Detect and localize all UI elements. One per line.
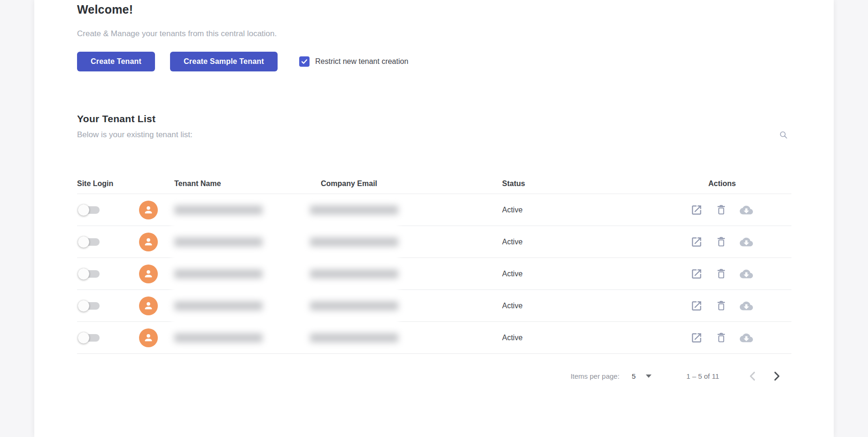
items-per-page-label: Items per page: [571,372,620,380]
open-tenant-button[interactable] [690,268,703,280]
tenant-avatar [139,328,158,347]
column-header-status: Status [493,179,629,188]
delete-icon [715,332,727,343]
delete-tenant-button[interactable] [715,236,727,248]
person-icon [142,236,155,248]
site-login-toggle[interactable] [78,331,100,344]
site-login-toggle[interactable] [78,203,100,217]
previous-page-button[interactable] [746,370,759,382]
content-panel: Welcome! Create & Manage your tenants fr… [34,0,834,437]
toggle-knob [78,204,89,216]
download-tenant-button[interactable] [740,331,753,344]
company-email-redacted [310,301,398,311]
chevron-down-icon [646,375,651,378]
tenant-name-redacted [174,269,263,279]
download-tenant-button[interactable] [740,267,753,281]
toggle-knob [78,332,89,343]
items-per-page-select[interactable]: 5 [632,372,651,380]
delete-tenant-button[interactable] [715,268,727,280]
status-text: Active [493,270,629,278]
page-subtitle: Create & Manage your tenants from this c… [77,29,277,39]
person-icon [142,300,155,312]
check-icon [301,58,308,65]
create-sample-tenant-button[interactable]: Create Sample Tenant [170,52,278,71]
chevron-left-icon [746,370,759,382]
company-email-redacted [310,269,398,279]
delete-icon [715,268,727,280]
tenant-avatar [139,233,158,251]
column-header-actions: Actions [629,179,791,188]
items-per-page-value: 5 [632,372,636,380]
site-login-toggle[interactable] [78,267,100,281]
status-text: Active [493,206,629,214]
open-in-new-icon [690,300,703,312]
tenant-avatar [139,297,158,315]
tenant-name-redacted [174,333,263,343]
cloud-download-icon [740,267,753,281]
restrict-checkbox-group: Restrict new tenant creation [299,56,408,67]
open-tenant-button[interactable] [690,332,703,344]
open-in-new-icon [690,236,703,248]
toggle-knob [78,300,89,312]
delete-icon [715,236,727,248]
download-tenant-button[interactable] [740,203,753,217]
page: { "header": { "title": "Welcome!", "subt… [0,0,868,437]
tenant-name-redacted [174,237,263,247]
tenant-name-redacted [174,205,263,215]
person-icon [142,332,155,344]
cloud-download-icon [740,203,753,217]
open-in-new-icon [690,268,703,280]
tenant-table: Site Login Tenant Name Company Email Sta… [77,174,791,354]
cloud-download-icon [740,331,753,344]
page-title: Welcome! [77,3,133,16]
person-icon [142,204,155,216]
chevron-right-icon [770,370,783,382]
search-icon [778,130,789,140]
column-header-company-email: Company Email [310,179,493,188]
download-tenant-button[interactable] [740,299,753,312]
delete-tenant-button[interactable] [715,300,727,312]
company-email-redacted [310,205,398,215]
company-email-redacted [310,333,398,343]
open-tenant-button[interactable] [690,236,703,248]
page-range-label: 1 – 5 of 11 [686,372,719,380]
tenant-name-redacted [174,301,263,311]
company-email-redacted [310,237,398,247]
delete-icon [715,300,727,312]
site-login-toggle[interactable] [78,299,100,312]
search-button[interactable] [776,128,790,142]
download-tenant-button[interactable] [740,235,753,249]
next-page-button[interactable] [770,370,783,382]
create-tenant-button[interactable]: Create Tenant [77,52,155,71]
tenant-avatar [139,201,158,219]
delete-tenant-button[interactable] [715,332,727,343]
open-in-new-icon [690,204,703,216]
restrict-checkbox-label: Restrict new tenant creation [315,57,408,66]
site-login-toggle[interactable] [78,235,100,249]
tenant-list-title: Your Tenant List [77,113,155,125]
status-text: Active [493,238,629,246]
open-in-new-icon [690,332,703,344]
cloud-download-icon [740,299,753,312]
open-tenant-button[interactable] [690,300,703,312]
status-text: Active [493,334,629,342]
open-tenant-button[interactable] [690,204,703,216]
tenant-list-subtitle: Below is your existing tenant list: [77,130,193,140]
paginator: Items per page: 5 1 – 5 of 11 [77,366,791,386]
delete-icon [715,204,727,216]
column-header-site-login: Site Login [77,179,133,188]
table-header-row: Site Login Tenant Name Company Email Sta… [77,174,791,194]
person-icon [142,268,155,280]
toggle-knob [78,268,89,280]
tenant-avatar [139,265,158,283]
restrict-checkbox[interactable] [299,56,310,67]
cloud-download-icon [740,235,753,249]
delete-tenant-button[interactable] [715,204,727,216]
toggle-knob [78,236,89,248]
top-actions-row: Create Tenant Create Sample Tenant Restr… [77,52,408,71]
column-header-tenant-name: Tenant Name [163,179,310,188]
status-text: Active [493,302,629,310]
